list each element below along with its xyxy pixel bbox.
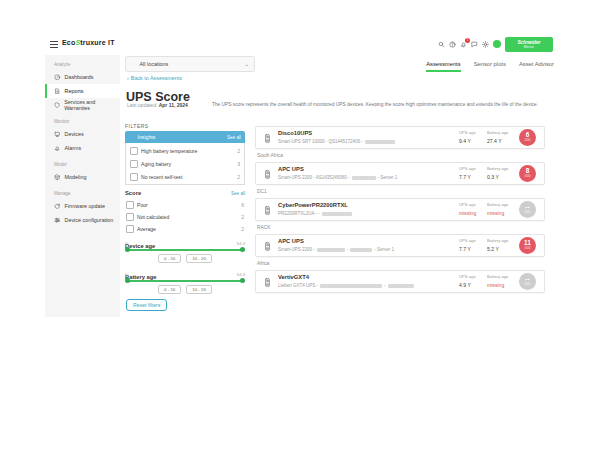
menu-icon[interactable] xyxy=(50,41,58,50)
score-checkbox-not-calculated[interactable] xyxy=(126,213,134,221)
sidebar-section-manage: Manage xyxy=(54,191,120,196)
score-denominator: /100 xyxy=(524,175,530,179)
sidebar-item-label: Dashboards xyxy=(65,74,94,80)
modeling-icon xyxy=(54,174,61,181)
reset-filters-button[interactable]: Reset filters xyxy=(126,299,167,311)
device-model-text: Smart-UPS 2200 - AS1435245060 - xyxy=(278,175,350,180)
ups-age-value: 7.7 Y xyxy=(459,246,476,252)
filter-option-count: 2 xyxy=(237,148,240,154)
device-card-apc-ups[interactable]: APC UPSSmart-UPS 2200 --- Server 1UPS ag… xyxy=(255,234,545,257)
filter-option-label: Not calculated xyxy=(137,214,238,220)
battery-age-label: Battery age xyxy=(487,166,508,171)
battery-age-slider[interactable] xyxy=(127,280,243,282)
battery-age-chip-10-20[interactable]: 10 - 20 xyxy=(186,285,212,294)
battery-age-column: Battery agemissing xyxy=(487,202,508,216)
device-name: Disco10UPS xyxy=(278,130,312,136)
battery-age-value: 5.2 Y xyxy=(487,246,508,252)
filter-option-count: 2 xyxy=(237,174,240,180)
last-updated-value: Apr 11, 2024 xyxy=(159,102,188,108)
firmware-update-icon xyxy=(54,203,61,210)
score-label: Score xyxy=(125,190,141,196)
score-checkbox-poor[interactable] xyxy=(126,201,134,209)
back-link[interactable]: ‹Back to Assessments xyxy=(127,75,182,81)
filters-title: FILTERS xyxy=(125,123,149,129)
device-card-apc-ups[interactable]: APC UPSSmart-UPS 2200 - AS1435245060 -- … xyxy=(255,162,545,185)
device-age-slider-max-handle[interactable] xyxy=(240,247,245,252)
device-model: Smart-UPS SRT 10000 - QS1445172406 - xyxy=(278,139,395,144)
sidebar-item-device-configuration[interactable]: Device configuration xyxy=(45,213,120,227)
battery-age-value: missing xyxy=(487,210,508,216)
device-model: Smart-UPS 2200 - AS1435245060 -- Server … xyxy=(278,175,397,180)
ups-device-icon xyxy=(263,203,272,216)
help-icon[interactable] xyxy=(449,41,456,48)
insights-checkbox-aging-battery[interactable] xyxy=(130,160,138,168)
score-checkbox-average[interactable] xyxy=(126,225,134,233)
ups-age-value: 4.9 Y xyxy=(459,282,476,288)
sidebar-item-dashboards[interactable]: Dashboards xyxy=(45,70,120,84)
chevron-down-icon: ⌄ xyxy=(244,61,249,67)
battery-age-range: 0 54.3 xyxy=(125,272,245,277)
score-denominator: /100 xyxy=(524,211,530,215)
location-group-label: South Africa xyxy=(255,149,545,162)
device-model-text: Smart-UPS 2200 - xyxy=(278,247,315,252)
device-configuration-icon xyxy=(54,217,61,224)
sidebar-item-label: Reports xyxy=(65,88,84,94)
battery-age-chip-0-10[interactable]: 0 - 10 xyxy=(158,285,181,294)
ups-device-icon xyxy=(263,275,272,288)
settings-icon[interactable] xyxy=(482,41,489,48)
insights-checkbox-high-battery-temperature[interactable] xyxy=(130,147,138,155)
tab-assessments[interactable]: Assessments xyxy=(426,61,460,72)
ups-age-column: UPS age7.7 Y xyxy=(459,166,476,180)
tab-asset-advisor[interactable]: Asset Advisor xyxy=(519,61,554,72)
redacted-text xyxy=(388,284,414,288)
location-selector-label: All locations xyxy=(140,61,169,67)
sidebar-item-services-and-warranties[interactable]: Services and Warranties xyxy=(45,98,120,112)
user-avatar[interactable] xyxy=(493,40,501,48)
last-updated: Last updated: Apr 11, 2024 xyxy=(127,102,188,108)
notifications-icon[interactable]: 1 xyxy=(460,41,467,48)
score-badge: 11/100 xyxy=(519,237,536,254)
filter-option-count: 3 xyxy=(237,161,240,167)
battery-age-column: Battery age0.3 Y xyxy=(487,166,508,180)
insights-checkbox-no-recent-self-test[interactable] xyxy=(130,173,138,181)
filters-panel: FILTERS Insights See all High battery te… xyxy=(125,123,245,318)
device-card-cyberpowerpr2200rtxl[interactable]: CyberPowerPR2200RTXLPR2200RTXL2UA - -UPS… xyxy=(255,198,545,221)
sidebar-section-monitor: Monitor xyxy=(54,119,120,124)
device-age-chip-0-10[interactable]: 0 - 10 xyxy=(158,254,181,263)
insights-option-no-recent-self-test: No recent self-test2 xyxy=(126,170,244,183)
insights-filter-header[interactable]: Insights See all xyxy=(125,131,245,143)
sidebar-item-devices[interactable]: Devices xyxy=(45,127,120,141)
feedback-icon[interactable] xyxy=(471,41,478,48)
score-options: Poor6Not calculated2Average2 xyxy=(125,199,245,235)
device-model-text: - xyxy=(347,247,349,252)
tab-sensor-plots[interactable]: Sensor plots xyxy=(474,61,506,72)
filter-option-count: 2 xyxy=(241,226,244,232)
battery-age-column: Battery age5.2 Y xyxy=(487,238,508,252)
insights-see-all-link[interactable]: See all xyxy=(227,135,241,140)
battery-age-slider-max-handle[interactable] xyxy=(240,278,245,283)
device-age-min: 0 xyxy=(125,241,127,246)
search-icon[interactable] xyxy=(438,41,445,48)
battery-age-label: Battery age xyxy=(487,202,508,207)
sidebar-item-reports[interactable]: Reports xyxy=(45,84,120,98)
location-selector[interactable]: All locations ⌄ xyxy=(125,56,255,72)
device-card-disco10ups[interactable]: Disco10UPSSmart-UPS SRT 10000 - QS144517… xyxy=(255,126,545,149)
filter-option-label: High battery temperature xyxy=(141,148,234,154)
device-age-slider[interactable] xyxy=(127,249,243,251)
battery-age-slider-min-handle[interactable] xyxy=(125,278,130,283)
logo-prefix: Eco xyxy=(62,39,75,46)
device-age-slider-min-handle[interactable] xyxy=(125,247,130,252)
device-age-chip-10-20[interactable]: 10 - 20 xyxy=(186,254,212,263)
battery-age-min: 0 xyxy=(125,272,127,277)
sidebar-item-firmware-update[interactable]: Firmware update xyxy=(45,199,120,213)
ups-age-label: UPS age xyxy=(459,238,476,243)
location-group-label: Africa xyxy=(255,257,545,270)
device-model-text: PR2200RTXL2UA - - xyxy=(278,211,320,216)
location-group-label: RACK xyxy=(255,221,545,234)
score-see-all-link[interactable]: See all xyxy=(231,191,245,196)
device-card-vertivgxt4[interactable]: VertivGXT4Liebert GXT4 UPS --UPS age4.9 … xyxy=(255,270,545,293)
device-age-range: 0 54.3 xyxy=(125,241,245,246)
sidebar-item-modeling[interactable]: Modeling xyxy=(45,170,120,184)
sidebar-item-alarms[interactable]: Alarms xyxy=(45,141,120,155)
redacted-text xyxy=(320,284,382,288)
